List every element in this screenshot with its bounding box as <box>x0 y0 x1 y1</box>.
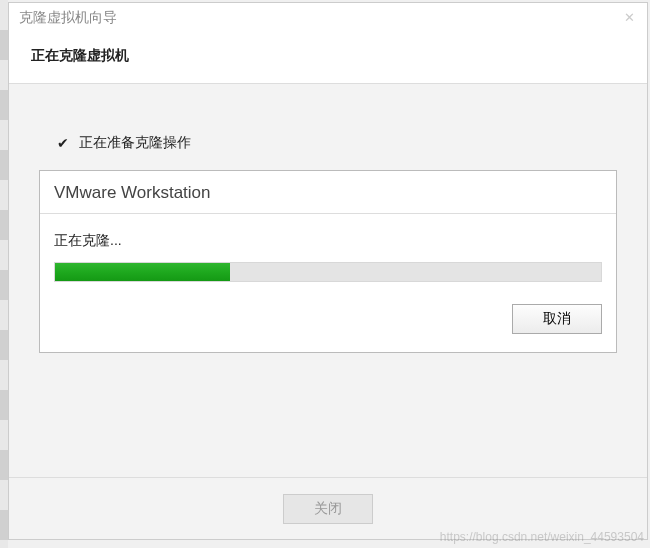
page-title: 正在克隆虚拟机 <box>31 47 625 65</box>
wizard-dialog: 克隆虚拟机向导 ✕ 正在克隆虚拟机 ✔ 正在准备克隆操作 VMware Work… <box>8 2 648 540</box>
window-title: 克隆虚拟机向导 <box>19 9 117 27</box>
step-preparing: ✔ 正在准备克隆操作 <box>39 134 617 152</box>
progress-dialog-buttons: 取消 <box>40 282 616 334</box>
progress-bar <box>54 262 602 282</box>
progress-dialog: VMware Workstation 正在克隆... 取消 <box>39 170 617 353</box>
wizard-body: ✔ 正在准备克隆操作 VMware Workstation 正在克隆... 取消 <box>9 84 647 477</box>
progress-status-text: 正在克隆... <box>40 214 616 258</box>
close-button: 关闭 <box>283 494 373 524</box>
step-label: 正在准备克隆操作 <box>79 134 191 152</box>
wizard-footer: 关闭 <box>9 477 647 539</box>
cancel-button[interactable]: 取消 <box>512 304 602 334</box>
wizard-header: 正在克隆虚拟机 <box>9 33 647 84</box>
window-left-edge-decoration <box>0 0 8 548</box>
checkmark-icon: ✔ <box>57 135 69 151</box>
titlebar: 克隆虚拟机向导 ✕ <box>9 3 647 33</box>
progress-bar-fill <box>55 263 230 281</box>
close-icon[interactable]: ✕ <box>624 11 635 24</box>
progress-dialog-title: VMware Workstation <box>40 171 616 214</box>
